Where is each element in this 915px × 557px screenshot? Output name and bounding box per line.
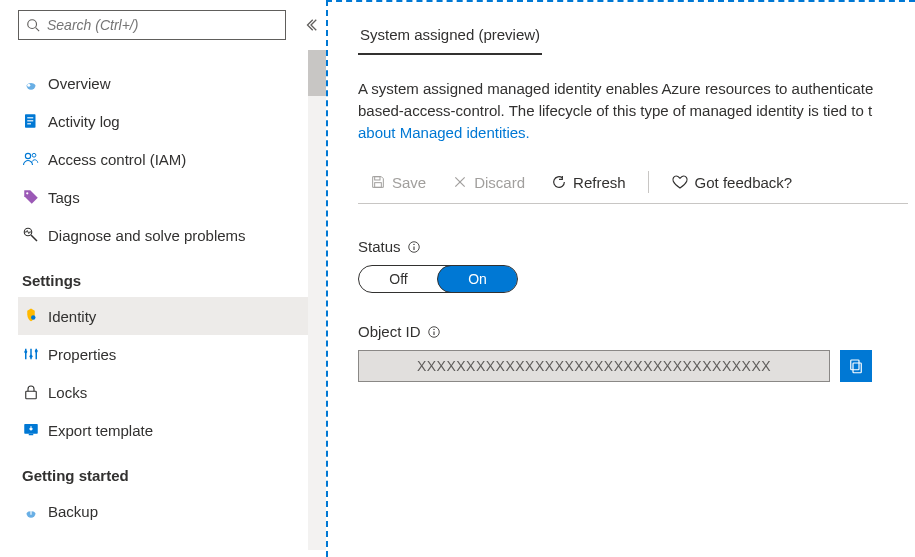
scrollbar[interactable] (308, 50, 326, 550)
save-button: Save (358, 170, 438, 195)
svg-line-11 (31, 235, 37, 241)
sidebar-item-label: Export template (48, 422, 153, 439)
tab-bar: System assigned (preview) (358, 22, 915, 56)
svg-rect-22 (375, 177, 380, 180)
discard-icon (452, 174, 468, 190)
discard-button: Discard (440, 170, 537, 195)
info-icon[interactable] (427, 325, 441, 339)
status-toggle-off[interactable]: Off (359, 266, 438, 292)
svg-point-7 (25, 153, 30, 158)
sidebar-item-export-template[interactable]: Export template (18, 411, 310, 449)
copy-button[interactable] (840, 350, 872, 382)
sidebar-item-backup[interactable]: Backup (18, 492, 310, 530)
svg-rect-4 (27, 117, 33, 118)
svg-rect-32 (853, 363, 861, 373)
svg-point-18 (35, 350, 38, 353)
svg-point-9 (26, 192, 28, 194)
properties-icon (22, 345, 48, 363)
svg-point-8 (32, 153, 36, 157)
sidebar-item-locks[interactable]: Locks (18, 373, 310, 411)
svg-point-0 (28, 20, 37, 29)
sidebar: Overview Activity log Access control (IA… (0, 0, 326, 557)
backup-icon (22, 502, 48, 520)
overview-icon (22, 74, 48, 92)
info-icon[interactable] (407, 240, 421, 254)
section-title-getting-started: Getting started (22, 467, 310, 484)
sidebar-item-label: Identity (48, 308, 96, 325)
diagnose-icon (22, 226, 48, 244)
tab-system-assigned[interactable]: System assigned (preview) (358, 22, 542, 55)
sidebar-item-properties[interactable]: Properties (18, 335, 310, 373)
sidebar-item-tags[interactable]: Tags (18, 178, 310, 216)
refresh-button[interactable]: Refresh (539, 170, 638, 195)
svg-point-2 (27, 84, 30, 87)
svg-point-16 (30, 355, 33, 358)
toolbar-divider (358, 203, 908, 204)
search-input[interactable] (47, 17, 285, 33)
description-text: A system assigned managed identity enabl… (358, 78, 915, 143)
sidebar-item-label: Diagnose and solve problems (48, 227, 246, 244)
toolbar: Save Discard Refresh Got feedback? (358, 169, 915, 195)
tags-icon (22, 188, 48, 206)
sidebar-item-label: Locks (48, 384, 87, 401)
sidebar-item-activity-log[interactable]: Activity log (18, 102, 310, 140)
svg-rect-23 (375, 183, 382, 188)
sidebar-item-label: Activity log (48, 113, 120, 130)
access-control-icon (22, 150, 48, 168)
collapse-sidebar-icon[interactable] (304, 18, 318, 32)
search-box[interactable] (18, 10, 286, 40)
status-toggle-on[interactable]: On (437, 265, 518, 293)
activity-log-icon (22, 112, 48, 130)
svg-line-1 (36, 28, 40, 32)
heart-icon (671, 173, 689, 191)
main-content: System assigned (preview) A system assig… (326, 0, 915, 557)
svg-rect-33 (851, 360, 859, 370)
svg-point-12 (31, 315, 36, 320)
svg-rect-19 (26, 391, 37, 399)
sidebar-item-overview[interactable]: Overview (18, 64, 310, 102)
svg-rect-5 (27, 120, 33, 121)
copy-icon (847, 357, 865, 375)
refresh-icon (551, 174, 567, 190)
svg-rect-21 (29, 434, 34, 436)
svg-point-14 (24, 350, 27, 353)
sidebar-item-diagnose[interactable]: Diagnose and solve problems (18, 216, 310, 254)
objectid-field: XXXXXXXXXXXXXXXXXXXXXXXXXXXXXXXXXXXX (358, 350, 830, 382)
learn-more-link[interactable]: about Managed identities. (358, 124, 530, 141)
sidebar-item-label: Properties (48, 346, 116, 363)
sidebar-item-label: Backup (48, 503, 98, 520)
separator (648, 171, 649, 193)
svg-point-31 (433, 328, 434, 329)
objectid-label: Object ID (358, 323, 915, 340)
search-icon (19, 18, 47, 32)
sidebar-item-access-control[interactable]: Access control (IAM) (18, 140, 310, 178)
locks-icon (22, 383, 48, 401)
sidebar-item-label: Access control (IAM) (48, 151, 186, 168)
identity-icon (22, 307, 48, 325)
status-label: Status (358, 238, 915, 255)
svg-point-28 (413, 243, 414, 244)
section-title-settings: Settings (22, 272, 310, 289)
sidebar-item-label: Overview (48, 75, 111, 92)
sidebar-item-label: Tags (48, 189, 80, 206)
export-template-icon (22, 421, 48, 439)
status-toggle[interactable]: Off On (358, 265, 518, 293)
sidebar-item-identity[interactable]: Identity (18, 297, 310, 335)
save-icon (370, 174, 386, 190)
svg-rect-6 (27, 123, 31, 124)
feedback-button[interactable]: Got feedback? (659, 169, 805, 195)
